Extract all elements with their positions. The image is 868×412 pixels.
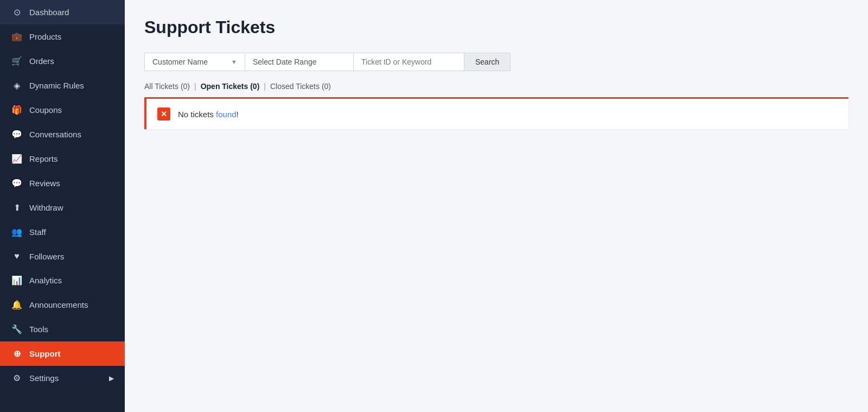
customer-name-dropdown[interactable]: Customer Name ▼	[144, 53, 245, 71]
reports-icon: 📈	[11, 154, 23, 164]
tab-open[interactable]: Open Tickets (0)	[201, 80, 260, 93]
sidebar-label-support: Support	[29, 349, 114, 358]
customer-name-label: Customer Name	[152, 58, 208, 66]
tab-all[interactable]: All Tickets (0)	[144, 80, 190, 93]
staff-icon: 👥	[11, 227, 23, 237]
sidebar-label-reports: Reports	[29, 154, 114, 163]
followers-icon: ♥	[11, 251, 23, 261]
sidebar-item-coupons[interactable]: 🎁Coupons	[0, 98, 125, 122]
date-range-label: Select Date Range	[253, 58, 317, 66]
sidebar-label-products: Products	[29, 32, 114, 41]
sidebar-label-reviews: Reviews	[29, 179, 114, 188]
main-content: Support Tickets Customer Name ▼ Select D…	[125, 0, 868, 412]
dashboard-icon: ⊙	[11, 7, 23, 17]
sidebar-label-orders: Orders	[29, 56, 114, 66]
sidebar-arrow-icon: ▶	[109, 375, 114, 382]
dynamic-rules-icon: ◈	[11, 80, 23, 91]
sidebar-item-conversations[interactable]: 💬Conversations	[0, 122, 125, 147]
coupons-icon: 🎁	[11, 105, 23, 115]
sidebar-item-reviews[interactable]: 💬Reviews	[0, 171, 125, 195]
dropdown-arrow-icon: ▼	[231, 59, 237, 65]
alert-icon: ✕	[157, 107, 170, 121]
sidebar-item-dashboard[interactable]: ⊙Dashboard	[0, 0, 125, 24]
sidebar-item-orders[interactable]: 🛒Orders	[0, 49, 125, 73]
sidebar-label-settings: Settings	[29, 373, 106, 383]
sidebar-item-staff[interactable]: 👥Staff	[0, 220, 125, 244]
sidebar-label-dynamic-rules: Dynamic Rules	[29, 81, 114, 90]
tab-closed[interactable]: Closed Tickets (0)	[270, 80, 331, 93]
no-tickets-alert: ✕ No tickets found!	[144, 99, 848, 129]
support-icon: ⊕	[11, 348, 23, 359]
sidebar-item-followers[interactable]: ♥Followers	[0, 244, 125, 268]
sidebar-item-settings[interactable]: ⚙Settings▶	[0, 366, 125, 390]
ticket-tabs: All Tickets (0)|Open Tickets (0)|Closed …	[144, 80, 848, 93]
tools-icon: 🔧	[11, 324, 23, 334]
announcements-icon: 🔔	[11, 300, 23, 310]
reviews-icon: 💬	[11, 178, 23, 188]
products-icon: 💼	[11, 31, 23, 42]
sidebar-label-announcements: Announcements	[29, 300, 114, 309]
sidebar-item-dynamic-rules[interactable]: ◈Dynamic Rules	[0, 73, 125, 98]
date-range-input[interactable]: Select Date Range	[245, 53, 353, 71]
search-button[interactable]: Search	[464, 53, 510, 71]
sidebar-label-withdraw: Withdraw	[29, 203, 114, 212]
sidebar-item-products[interactable]: 💼Products	[0, 24, 125, 49]
conversations-icon: 💬	[11, 129, 23, 140]
keyword-input[interactable]	[353, 53, 464, 71]
withdraw-icon: ⬆	[11, 202, 23, 213]
sidebar-item-announcements[interactable]: 🔔Announcements	[0, 293, 125, 317]
sidebar-label-coupons: Coupons	[29, 105, 114, 115]
page-title: Support Tickets	[144, 17, 848, 37]
sidebar-item-support[interactable]: ⊕Support	[0, 341, 125, 366]
sidebar-label-followers: Followers	[29, 252, 114, 261]
filter-bar: Customer Name ▼ Select Date Range Search	[144, 53, 848, 71]
sidebar-label-analytics: Analytics	[29, 276, 114, 285]
sidebar-item-reports[interactable]: 📈Reports	[0, 147, 125, 171]
sidebar-label-tools: Tools	[29, 325, 114, 334]
sidebar-item-tools[interactable]: 🔧Tools	[0, 317, 125, 341]
alert-text: No tickets found!	[178, 110, 239, 119]
settings-icon: ⚙	[11, 373, 23, 383]
sidebar-item-withdraw[interactable]: ⬆Withdraw	[0, 195, 125, 220]
analytics-icon: 📊	[11, 275, 23, 286]
tab-separator: |	[264, 82, 266, 91]
sidebar-label-dashboard: Dashboard	[29, 8, 114, 17]
sidebar-label-staff: Staff	[29, 227, 114, 237]
sidebar-label-conversations: Conversations	[29, 130, 114, 139]
tab-separator: |	[194, 82, 196, 91]
sidebar-item-analytics[interactable]: 📊Analytics	[0, 268, 125, 293]
sidebar: ⊙Dashboard💼Products🛒Orders◈Dynamic Rules…	[0, 0, 125, 412]
orders-icon: 🛒	[11, 56, 23, 66]
alert-highlight: found	[216, 110, 237, 119]
